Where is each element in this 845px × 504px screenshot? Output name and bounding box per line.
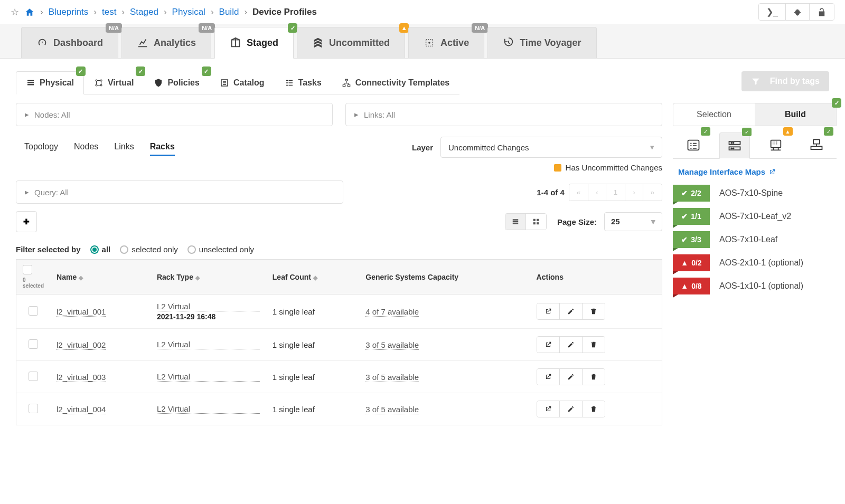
pager-last[interactable]: » [643, 184, 662, 201]
build-icon-2[interactable]: ▲ [761, 132, 791, 158]
table-row: l2_virtual_003 L2 Virtual 1 single leaf … [16, 361, 662, 393]
tnl-tab-links[interactable]: Links [114, 139, 134, 156]
leaf-count: 1 single leaf [266, 329, 359, 361]
view-table-button[interactable] [505, 214, 525, 230]
manage-interface-maps-link[interactable]: Manage Interface Maps [673, 165, 837, 185]
right-tab-build[interactable]: Build [755, 103, 836, 126]
breadcrumb-link[interactable]: Blueprints [49, 7, 89, 17]
tnl-tab-racks[interactable]: Racks [150, 139, 175, 156]
device-type-icon [686, 138, 701, 153]
row-checkbox[interactable] [29, 339, 38, 349]
edit-button[interactable] [559, 369, 582, 385]
delete-button[interactable] [582, 401, 605, 417]
select-all-header[interactable]: 0 selected [16, 260, 51, 294]
edit-button[interactable] [559, 401, 582, 417]
nodes-collapse[interactable]: ▸ Nodes: All [16, 103, 333, 126]
sub-tab-label: Policies [167, 78, 199, 88]
build-icon-0[interactable]: ✓ [679, 132, 708, 158]
chevron-right-icon: › [244, 7, 247, 17]
export-button[interactable] [537, 337, 559, 353]
unlock-button[interactable] [809, 4, 834, 20]
device-item[interactable]: ✔3/3AOS-7x10-Leaf [673, 231, 837, 248]
pager-first[interactable]: « [569, 184, 588, 201]
main-tab-analytics[interactable]: AnalyticsN/A [121, 27, 211, 58]
rack-name[interactable]: l2_virtual_002 [57, 340, 106, 350]
main-tab-dashboard[interactable]: DashboardN/A [21, 27, 118, 58]
find-by-tags-button[interactable]: Find by tags [741, 71, 829, 91]
links-collapse[interactable]: ▸ Links: All [345, 103, 662, 126]
edit-button[interactable] [559, 303, 582, 319]
sub-tab-physical[interactable]: Physical✓ [16, 71, 84, 94]
filter-radio-unselected-only[interactable]: unselected only [187, 245, 254, 254]
rack-type[interactable]: L2 Virtual [157, 372, 260, 382]
virtual-icon [94, 78, 104, 88]
capacity[interactable]: 4 of 7 available [365, 307, 419, 317]
delete-button[interactable] [582, 337, 605, 353]
delete-button[interactable] [582, 369, 605, 385]
filter-radio-all[interactable]: all [90, 245, 111, 254]
top-actions: ❯_ [758, 3, 834, 21]
right-tab-selection[interactable]: Selection [673, 103, 755, 126]
tnl-tab-topology[interactable]: Topology [24, 139, 58, 156]
device-item[interactable]: ✔1/1AOS-7x10-Leaf_v2 [673, 208, 837, 225]
add-button[interactable]: ✚ [16, 211, 37, 232]
star-icon[interactable]: ☆ [11, 6, 19, 18]
tnl-tab-nodes[interactable]: Nodes [74, 139, 98, 156]
edit-button[interactable] [559, 337, 582, 353]
view-grid-button[interactable] [525, 214, 546, 230]
build-icon-3[interactable]: ✓ [802, 132, 831, 158]
device-item[interactable]: ✔2/2AOS-7x10-Spine [673, 185, 837, 202]
col-leaf-count[interactable]: Leaf Count◆ [266, 260, 359, 294]
main-tab-time-voyager[interactable]: Time Voyager [487, 27, 596, 58]
sub-tab-catalog[interactable]: Catalog [210, 71, 275, 94]
sub-tab-connectivity-templates[interactable]: Connectivity Templates [332, 71, 459, 94]
sub-tab-policies[interactable]: Policies✓ [144, 71, 209, 94]
pager-next[interactable]: › [625, 184, 642, 201]
page-size-select[interactable]: 25 ▾ [604, 212, 662, 231]
home-icon[interactable] [24, 7, 35, 17]
export-button[interactable] [537, 369, 559, 385]
capacity[interactable]: 3 of 5 available [365, 340, 419, 350]
export-button[interactable] [537, 401, 559, 417]
build-icon-1[interactable]: ✓ [719, 132, 750, 159]
pager-page-1[interactable]: 1 [606, 184, 625, 201]
main-tab-active[interactable]: ActiveN/A [408, 27, 484, 58]
delete-button[interactable] [582, 303, 605, 319]
status-badge: ▲ [399, 23, 409, 33]
row-checkbox[interactable] [29, 372, 38, 381]
pager-prev[interactable]: ‹ [588, 184, 605, 201]
capacity[interactable]: 3 of 5 available [365, 373, 419, 382]
device-status-tag: ✔1/1 [673, 208, 710, 225]
terminal-button[interactable]: ❯_ [759, 4, 785, 20]
rack-name[interactable]: l2_virtual_003 [57, 373, 106, 382]
export-button[interactable] [537, 303, 559, 319]
rack-type[interactable]: L2 Virtual [157, 340, 260, 349]
rack-type[interactable]: L2 Virtual [157, 404, 260, 414]
rack-name[interactable]: l2_virtual_004 [57, 405, 106, 414]
rack-name[interactable]: l2_virtual_001 [57, 307, 106, 317]
row-checkbox[interactable] [29, 306, 38, 316]
main-tab-uncommitted[interactable]: Uncommitted▲ [297, 27, 405, 58]
row-checkbox[interactable] [29, 404, 38, 413]
layer-select[interactable]: Uncommitted Changes ▾ [440, 137, 662, 158]
filter-radio-label: selected only [132, 245, 178, 254]
breadcrumb-link[interactable]: Staged [130, 7, 158, 17]
main-tab-label: Uncommitted [329, 37, 390, 49]
col-rack-type[interactable]: Rack Type◆ [151, 260, 266, 294]
capacity[interactable]: 3 of 5 available [365, 405, 419, 414]
breadcrumb-link[interactable]: Build [219, 7, 239, 17]
breadcrumb-link[interactable]: Physical [172, 7, 205, 17]
device-item[interactable]: ▲0/2AOS-2x10-1 (optional) [673, 254, 837, 271]
rack-type[interactable]: L2 Virtual [157, 302, 260, 311]
find-by-tags-label: Find by tags [770, 77, 820, 86]
breadcrumb-link[interactable]: test [102, 7, 116, 17]
device-label: AOS-7x10-Spine [719, 188, 783, 198]
filter-radio-selected-only[interactable]: selected only [120, 245, 178, 254]
device-item[interactable]: ▲0/8AOS-1x10-1 (optional) [673, 278, 837, 294]
sub-tab-virtual[interactable]: Virtual✓ [84, 71, 144, 94]
col-name[interactable]: Name◆ [50, 260, 151, 294]
sub-tab-tasks[interactable]: Tasks [275, 71, 332, 94]
query-collapse[interactable]: ▸ Query: All [16, 180, 343, 204]
bug-button[interactable] [785, 4, 809, 20]
main-tab-staged[interactable]: Staged✓ [214, 27, 294, 59]
